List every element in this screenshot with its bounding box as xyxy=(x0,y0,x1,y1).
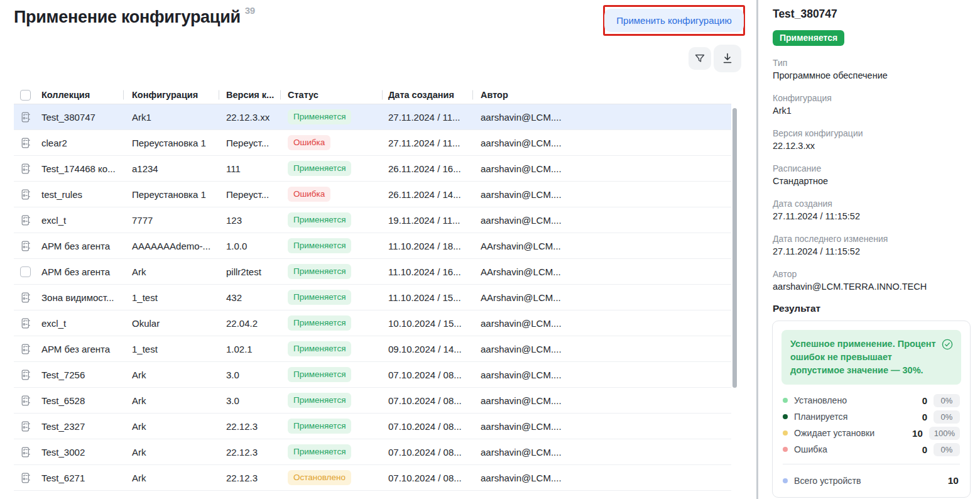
result-stats: Установлено00%Планируется00%Ожидает уста… xyxy=(773,392,970,458)
table-row[interactable]: АРМ без агентаAAAAAAAdemo-...1.0.0Примен… xyxy=(14,233,731,259)
table-row[interactable]: Test_380747Ark122.12.3.xxПрименяется27.1… xyxy=(14,104,731,130)
red-highlight-annotation: Применить конфигурацию xyxy=(603,5,745,36)
table-row[interactable]: clear2Переустановка 1Переуст...Ошибка27.… xyxy=(14,130,731,156)
collection-icon xyxy=(14,420,36,433)
success-message: Успешное применение. Процент ошибок не п… xyxy=(790,337,941,377)
configurations-table: Коллекция Конфигурация Версия к... Стату… xyxy=(14,86,731,491)
cell-author: aarshavin@LCM.... xyxy=(472,112,569,123)
cell-version: 432 xyxy=(219,292,280,303)
table-row[interactable]: Test_6528Ark3.0Применяется07.10.2024 / 0… xyxy=(14,388,731,414)
cell-created: 07.10.2024 / 08... xyxy=(382,473,472,483)
card-divider xyxy=(783,464,960,464)
cell-version: Переуст... xyxy=(219,138,280,148)
result-card: Успешное применение. Процент ошибок не п… xyxy=(772,321,971,498)
status-badge: Применяется xyxy=(288,109,351,124)
cell-created: 09.10.2024 / 14... xyxy=(382,344,472,354)
collection-icon xyxy=(14,214,36,227)
cell-configuration: Ark xyxy=(123,447,219,458)
status-badge: Применяется xyxy=(288,212,351,228)
cell-author: aarshavin@LCM.... xyxy=(472,447,569,458)
cell-configuration: 7777 xyxy=(123,215,219,226)
cell-author: aarshavin@LCM.... xyxy=(472,138,569,148)
download-button[interactable] xyxy=(714,45,741,72)
table-row[interactable]: Test_6271Ark22.12.3Остановлено07.10.2024… xyxy=(14,465,731,491)
cell-collection: excl_t xyxy=(36,318,123,329)
column-header-collection[interactable]: Коллекция xyxy=(36,90,123,100)
stat-dot xyxy=(783,414,788,419)
details-field: Дата последнего изменения27.11.2024 / 11… xyxy=(773,233,971,258)
field-label: Дата создания xyxy=(773,197,971,210)
table-row[interactable]: Test_3002Ark22.12.3Применяется07.10.2024… xyxy=(14,439,731,465)
stat-dot xyxy=(783,398,788,403)
cell-author: aarshavin@LCM.... xyxy=(472,189,569,200)
cell-collection: Test_174468 ко... xyxy=(36,163,123,174)
table-row[interactable]: АРМ без агентаArkpillr2testПрименяется11… xyxy=(14,259,731,285)
column-header-configuration[interactable]: Конфигурация xyxy=(123,90,219,100)
column-header-created[interactable]: Дата создания xyxy=(382,90,472,100)
result-stat-row: Установлено00% xyxy=(773,392,970,409)
details-field: КонфигурацияArk1 xyxy=(773,92,971,117)
cell-author: AArshavin@LCM... xyxy=(472,292,569,303)
cell-version: 3.0 xyxy=(219,370,280,380)
cell-version: 123 xyxy=(219,215,280,226)
cell-version: 22.12.3 xyxy=(219,473,280,483)
cell-created: 07.10.2024 / 08... xyxy=(382,421,472,432)
table-row[interactable]: test_rulesПереустановка 1Переуст...Ошибк… xyxy=(14,182,731,207)
details-field: Авторaarshavin@LCM.TERRA.INNO.TECH xyxy=(773,268,971,293)
cell-created: 11.10.2024 / 18... xyxy=(382,241,472,251)
row-checkbox[interactable] xyxy=(14,266,36,277)
cell-status: Применяется xyxy=(280,212,382,228)
stat-value: 0 xyxy=(915,444,927,455)
cell-status: Применяется xyxy=(280,315,382,331)
status-badge: Применяется xyxy=(288,161,351,176)
panel-divider xyxy=(756,0,758,499)
field-value: aarshavin@LCM.TERRA.INNO.TECH xyxy=(773,280,971,293)
cell-created: 27.11.2024 / 11... xyxy=(382,112,472,123)
collection-icon xyxy=(14,136,36,150)
total-devices-row: Всего устройств 10 xyxy=(773,471,970,491)
cell-configuration: Ark1 xyxy=(123,112,219,123)
cell-version: 3.0 xyxy=(219,395,280,406)
select-all-checkbox[interactable] xyxy=(14,90,36,101)
cell-author: aarshavin@LCM.... xyxy=(472,473,569,483)
status-badge: Ошибка xyxy=(288,187,330,202)
cell-configuration: Ark xyxy=(123,266,219,277)
cell-author: AArshavin@LCM... xyxy=(472,241,569,251)
cell-configuration: Ark xyxy=(123,473,219,483)
column-header-author[interactable]: Автор xyxy=(472,90,569,100)
funnel-icon xyxy=(694,52,706,65)
collection-icon xyxy=(14,317,36,330)
cell-configuration: Okular xyxy=(123,318,219,329)
details-field: РасписаниеСтандартное xyxy=(773,162,971,187)
filter-button[interactable] xyxy=(689,47,711,70)
apply-configuration-button[interactable]: Применить конфигурацию xyxy=(604,9,743,32)
stat-value: 10 xyxy=(910,428,923,439)
table-row[interactable]: Test_7256Ark3.0Применяется07.10.2024 / 0… xyxy=(14,362,731,388)
cell-collection: Test_6271 xyxy=(36,473,123,483)
status-badge: Применяется xyxy=(288,238,351,253)
table-row[interactable]: excl_tOkular22.04.2Применяется10.10.2024… xyxy=(14,310,731,336)
cell-status: Применяется xyxy=(280,367,382,382)
column-header-status[interactable]: Статус xyxy=(280,90,382,100)
stat-percent: 0% xyxy=(934,394,960,407)
table-row[interactable]: excl_t7777123Применяется19.11.2024 / 11.… xyxy=(14,207,731,233)
cell-version: pillr2test xyxy=(219,266,280,277)
column-header-version[interactable]: Версия к... xyxy=(219,90,280,100)
collection-icon xyxy=(14,239,36,253)
status-badge: Применяется xyxy=(288,264,351,279)
collection-icon xyxy=(14,394,36,407)
table-row[interactable]: Test_174468 ко...a1234111Применяется26.1… xyxy=(14,156,731,182)
cell-configuration: Ark xyxy=(123,421,219,432)
details-panel: Test_380747 Применяется ТипПрограммное о… xyxy=(772,0,971,499)
field-value: Программное обеспечение xyxy=(773,69,971,82)
cell-configuration: Переустановка 1 xyxy=(123,189,219,200)
table-row[interactable]: Зона видимост...1_test432Применяется11.1… xyxy=(14,285,731,310)
status-badge: Применяется xyxy=(288,419,351,434)
table-scrollbar[interactable] xyxy=(732,108,737,388)
table-row[interactable]: АРМ без агента1_test1.02.1Применяется09.… xyxy=(14,336,731,362)
check-circle-icon xyxy=(941,337,954,377)
stat-label: Планируется xyxy=(794,412,915,422)
cell-created: 19.11.2024 / 11... xyxy=(382,215,472,226)
page-title: Применение конфигураций39 xyxy=(14,8,255,27)
table-row[interactable]: Test_2327Ark22.12.3Применяется07.10.2024… xyxy=(14,414,731,439)
